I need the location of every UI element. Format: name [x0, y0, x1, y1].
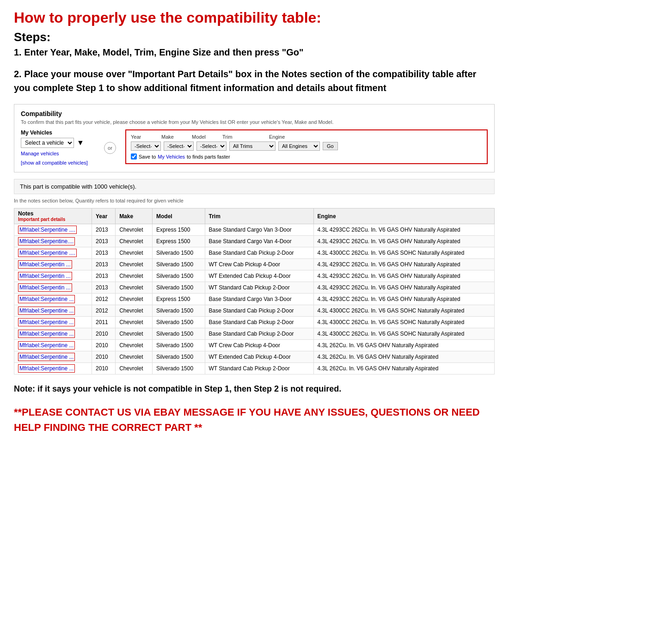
cell-model: Silverado 1500 — [153, 317, 205, 328]
my-vehicles-label: My Vehicles — [21, 129, 95, 136]
cell-make: Chevrolet — [116, 317, 153, 328]
compat-title: Compatibility — [21, 110, 488, 117]
table-row: Mfrlabel:Serpentine ...2010ChevroletSilv… — [14, 363, 495, 374]
cell-year: 2012 — [92, 305, 116, 317]
cell-year: 2011 — [92, 317, 116, 328]
year-select[interactable]: -Select- — [131, 141, 161, 151]
cell-engine: 4.3L 4300CC 262Cu. In. V6 GAS SOHC Natur… — [313, 305, 494, 317]
show-all-link[interactable]: [show all compatible vehicles] — [21, 160, 88, 166]
trim-select[interactable]: All Trims — [229, 141, 276, 151]
save-label-text: Save to — [139, 154, 156, 159]
cell-notes: Mfrlabel:Serpentin ... — [14, 270, 92, 282]
manage-vehicles-link[interactable]: Manage vehicles — [21, 151, 95, 156]
compatibility-box: Compatibility To confirm that this part … — [14, 104, 495, 172]
mfr-label-link[interactable]: Mfrlabel:Serpentin ... — [18, 260, 72, 269]
cell-make: Chevrolet — [116, 236, 153, 247]
save-checkbox[interactable] — [131, 153, 137, 159]
cell-trim: Base Standard Cab Pickup 2-Door — [205, 317, 313, 328]
cell-year: 2013 — [92, 247, 116, 259]
cell-year: 2013 — [92, 259, 116, 270]
cell-model: Silverado 1500 — [153, 247, 205, 259]
cell-model: Silverado 1500 — [153, 270, 205, 282]
engine-select[interactable]: All Engines — [278, 141, 320, 151]
mfr-label-link[interactable]: Mfrlabel:Serpentine.... — [18, 237, 75, 245]
mfr-label-link[interactable]: Mfrlabel:Serpentine ... — [18, 307, 75, 315]
cell-make: Chevrolet — [116, 340, 153, 351]
or-divider: or — [104, 142, 116, 154]
table-row: Mfrlabel:Serpentine ...2010ChevroletSilv… — [14, 340, 495, 351]
trim-label: Trim — [222, 134, 266, 140]
step-2-text: 2. Place your mouse over "Important Part… — [14, 67, 495, 95]
cell-make: Chevrolet — [116, 294, 153, 305]
steps-heading: Steps: — [14, 30, 495, 44]
mfr-label-link[interactable]: Mfrlabel:Serpentine ... — [18, 330, 75, 338]
compat-input-row: My Vehicles Select a vehicle ▼ Manage ve… — [21, 129, 488, 166]
cell-make: Chevrolet — [116, 351, 153, 363]
make-select[interactable]: -Select- — [164, 141, 194, 151]
cell-engine: 4.3L 4293CC 262Cu. In. V6 GAS OHV Natura… — [313, 294, 494, 305]
save-suffix-text: to finds parts faster — [187, 154, 230, 159]
table-row: Mfrlabel:Serpentin ...2013ChevroletSilve… — [14, 270, 495, 282]
cell-model: Express 1500 — [153, 236, 205, 247]
cell-make: Chevrolet — [116, 363, 153, 374]
cell-notes: Mfrlabel:Serpentine ... — [14, 351, 92, 363]
cell-trim: WT Standard Cab Pickup 2-Door — [205, 363, 313, 374]
my-vehicles-save-link[interactable]: My Vehicles — [158, 154, 185, 159]
cell-trim: WT Crew Cab Pickup 4-Door — [205, 259, 313, 270]
cell-trim: WT Extended Cab Pickup 4-Door — [205, 270, 313, 282]
model-select[interactable]: -Select- — [196, 141, 227, 151]
cell-model: Silverado 1500 — [153, 305, 205, 317]
cell-notes: Mfrlabel:Serpentine .... — [14, 224, 92, 236]
contact-section: **PLEASE CONTACT US VIA EBAY MESSAGE IF … — [14, 405, 495, 435]
cell-trim: Base Standard Cab Pickup 2-Door — [205, 247, 313, 259]
cell-engine: 4.3L 4300CC 262Cu. In. V6 GAS SOHC Natur… — [313, 328, 494, 340]
table-row: Mfrlabel:Serpentin ...2013ChevroletSilve… — [14, 282, 495, 294]
table-row: Mfrlabel:Serpentine ...2010ChevroletSilv… — [14, 351, 495, 363]
vehicle-select-dropdown[interactable]: Select a vehicle — [21, 138, 74, 148]
dropdown-arrow-icon: ▼ — [77, 139, 84, 147]
mfr-label-link[interactable]: Mfrlabel:Serpentine ... — [18, 295, 75, 303]
table-row: Mfrlabel:Serpentine ....2013ChevroletExp… — [14, 224, 495, 236]
table-row: Mfrlabel:Serpentine ...2012ChevroletExpr… — [14, 294, 495, 305]
main-title: How to properly use the compatibility ta… — [14, 9, 495, 26]
mfr-label-link[interactable]: Mfrlabel:Serpentin ... — [18, 272, 72, 280]
cell-year: 2012 — [92, 294, 116, 305]
ymm-inputs-row: -Select- -Select- -Select- All Trims All… — [131, 141, 482, 151]
my-vehicles-section: My Vehicles Select a vehicle ▼ Manage ve… — [21, 129, 95, 166]
year-label: Year — [131, 134, 159, 140]
cell-make: Chevrolet — [116, 259, 153, 270]
table-row: Mfrlabel:Serpentine ...2010ChevroletSilv… — [14, 328, 495, 340]
cell-model: Silverado 1500 — [153, 340, 205, 351]
model-label: Model — [192, 134, 220, 140]
vehicle-select-row: Select a vehicle ▼ — [21, 138, 95, 148]
cell-notes: Mfrlabel:Serpentine ... — [14, 305, 92, 317]
cell-model: Silverado 1500 — [153, 351, 205, 363]
table-row: Mfrlabel:Serpentine ....2013ChevroletSil… — [14, 247, 495, 259]
mfr-label-link[interactable]: Mfrlabel:Serpentine .... — [18, 249, 77, 257]
mfr-label-link[interactable]: Mfrlabel:Serpentine ... — [18, 318, 75, 326]
mfr-label-link[interactable]: Mfrlabel:Serpentine ... — [18, 353, 75, 361]
cell-notes: Mfrlabel:Serpentine.... — [14, 236, 92, 247]
cell-make: Chevrolet — [116, 224, 153, 236]
cell-model: Silverado 1500 — [153, 259, 205, 270]
important-part-label: Important part details — [18, 217, 88, 222]
cell-notes: Mfrlabel:Serpentine ... — [14, 294, 92, 305]
cell-notes: Mfrlabel:Serpentin ... — [14, 282, 92, 294]
mfr-label-link[interactable]: Mfrlabel:Serpentin ... — [18, 283, 72, 292]
cell-notes: Mfrlabel:Serpentine .... — [14, 247, 92, 259]
cell-year: 2010 — [92, 351, 116, 363]
mfr-label-link[interactable]: Mfrlabel:Serpentine ... — [18, 364, 75, 373]
mfr-label-link[interactable]: Mfrlabel:Serpentine .... — [18, 226, 77, 234]
ymm-section: Year Make Model Trim Engine -Select- -Se… — [125, 129, 488, 164]
go-button[interactable]: Go — [323, 142, 338, 150]
cell-model: Silverado 1500 — [153, 328, 205, 340]
mfr-label-link[interactable]: Mfrlabel:Serpentine ... — [18, 341, 75, 350]
cell-trim: WT Standard Cab Pickup 2-Door — [205, 282, 313, 294]
cell-engine: 4.3L 4300CC 262Cu. In. V6 GAS SOHC Natur… — [313, 247, 494, 259]
cell-make: Chevrolet — [116, 305, 153, 317]
compatibility-table: Notes Important part details Year Make M… — [14, 208, 495, 374]
cell-trim: WT Crew Cab Pickup 4-Door — [205, 340, 313, 351]
table-row: Mfrlabel:Serpentin ...2013ChevroletSilve… — [14, 259, 495, 270]
table-row: Mfrlabel:Serpentine ...2012ChevroletSilv… — [14, 305, 495, 317]
cell-engine: 4.3L 4293CC 262Cu. In. V6 GAS OHV Natura… — [313, 259, 494, 270]
